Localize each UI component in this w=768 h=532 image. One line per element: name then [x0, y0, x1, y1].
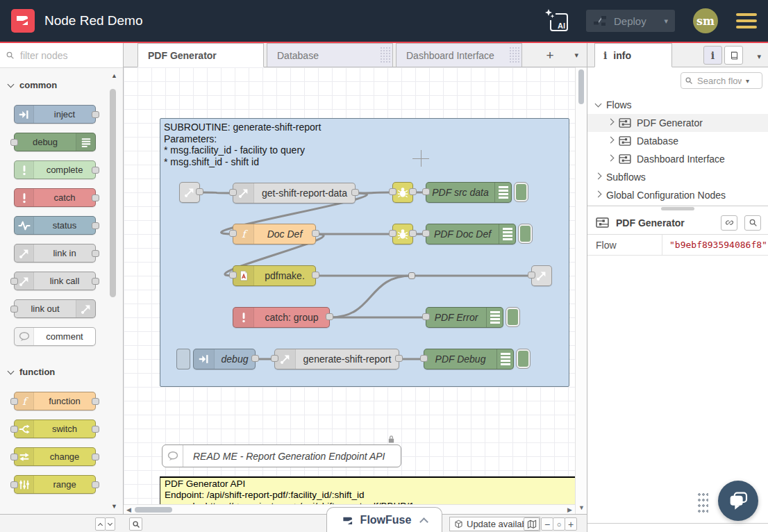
- drag-handle-dots-icon[interactable]: [697, 492, 708, 513]
- scroll-left-icon[interactable]: ◀: [126, 506, 131, 513]
- divider-grip[interactable]: [661, 207, 694, 210]
- flowfuse-button[interactable]: FlowFuse: [326, 507, 442, 532]
- scroll-down-icon[interactable]: ▼: [578, 504, 585, 511]
- chevron-right-icon[interactable]: [595, 191, 602, 198]
- output-port[interactable]: [92, 194, 99, 201]
- input-port[interactable]: [528, 272, 535, 279]
- horizontal-scroll-thumb[interactable]: [135, 507, 172, 513]
- palette-scroll-up-icon[interactable]: ▲: [111, 72, 117, 79]
- tree-item-database[interactable]: Database: [587, 132, 768, 150]
- flow-node-pdfsrc[interactable]: PDF src data: [426, 182, 512, 203]
- chevron-right-icon[interactable]: [608, 155, 615, 162]
- input-port[interactable]: [422, 188, 430, 195]
- output-port[interactable]: [92, 454, 99, 460]
- ai-assistant-button[interactable]: AI: [544, 9, 568, 33]
- input-port[interactable]: [10, 306, 18, 313]
- input-port[interactable]: [389, 230, 396, 237]
- scroll-right-icon[interactable]: ▶: [567, 506, 572, 513]
- debug-toggle-button[interactable]: [506, 308, 519, 326]
- output-port[interactable]: [196, 188, 203, 195]
- zoom-reset-button[interactable]: ○: [553, 517, 565, 531]
- debug-toggle-button[interactable]: [519, 224, 532, 243]
- input-port[interactable]: [229, 189, 237, 196]
- flow-node-catch1[interactable]: catch: group: [233, 307, 330, 328]
- search-flows-button[interactable]: [129, 517, 142, 531]
- navigator-button[interactable]: [524, 517, 540, 531]
- sidebar-divider[interactable]: [587, 206, 768, 211]
- collapse-palette-categories-button[interactable]: [95, 517, 106, 531]
- output-port[interactable]: [409, 188, 417, 195]
- tree-item-flows[interactable]: Flows: [587, 96, 768, 114]
- palette-node-inject[interactable]: inject: [14, 105, 96, 124]
- input-port[interactable]: [271, 355, 278, 362]
- flow-node-bug2[interactable]: [392, 224, 413, 244]
- input-port[interactable]: [229, 230, 237, 237]
- palette-node-link-in[interactable]: link in: [14, 244, 96, 263]
- output-port[interactable]: [92, 111, 99, 118]
- input-port[interactable]: [10, 139, 18, 146]
- flow-node-pdfmake[interactable]: pdfmake.: [233, 265, 316, 286]
- junction-node[interactable]: [408, 272, 415, 279]
- tree-item-subflows[interactable]: Subflows: [587, 168, 768, 186]
- palette-scrollbar[interactable]: [110, 89, 116, 297]
- zoom-out-button[interactable]: −: [541, 517, 553, 531]
- tab-info[interactable]: i info: [594, 43, 672, 67]
- output-port[interactable]: [92, 398, 99, 405]
- tab-dashboard-interface[interactable]: Dashboard Interface: [396, 43, 522, 67]
- palette-node-catch[interactable]: catch: [14, 188, 96, 207]
- palette-scroll-down-icon[interactable]: ▼: [111, 503, 117, 510]
- palette-node-status[interactable]: status: [14, 216, 96, 235]
- expand-palette-categories-button[interactable]: [105, 517, 115, 531]
- palette-node-range[interactable]: range: [14, 475, 96, 494]
- input-port[interactable]: [10, 426, 18, 433]
- output-port[interactable]: [92, 278, 99, 285]
- output-port[interactable]: [312, 272, 319, 279]
- palette-node-comment[interactable]: comment: [14, 327, 96, 346]
- palette-node-complete[interactable]: complete: [14, 160, 96, 179]
- tree-item-dashboard-interface[interactable]: Dashboard Interface: [587, 150, 768, 168]
- flow-node-docdef[interactable]: fDoc Def: [233, 224, 316, 244]
- inject-button[interactable]: [176, 349, 190, 369]
- palette-node-switch[interactable]: switch: [14, 419, 96, 438]
- chat-widget-button[interactable]: [718, 481, 758, 521]
- search-flows-box[interactable]: ▾: [681, 72, 762, 89]
- flow-list-caret-icon[interactable]: ▾: [574, 51, 578, 60]
- output-port[interactable]: [92, 250, 99, 257]
- chevron-right-icon[interactable]: [608, 119, 615, 126]
- output-port[interactable]: [312, 230, 319, 237]
- output-port[interactable]: [92, 481, 99, 488]
- palette-node-debug[interactable]: debug: [14, 133, 96, 151]
- palette-node-link-call[interactable]: link call: [14, 272, 96, 290]
- output-port[interactable]: [251, 355, 259, 362]
- search-flow-button[interactable]: [744, 215, 761, 231]
- palette-node-change[interactable]: change: [14, 447, 96, 466]
- output-port[interactable]: [351, 189, 359, 196]
- flow-node-injectdbg[interactable]: debug: [193, 349, 256, 369]
- palette-node-function[interactable]: ffunction: [14, 392, 96, 410]
- help-panel-button[interactable]: [724, 46, 743, 65]
- flow-node-genshift[interactable]: generate-shift-report: [274, 349, 399, 369]
- search-caret-icon[interactable]: ▾: [746, 77, 749, 85]
- flow-node-bug1[interactable]: [392, 182, 413, 203]
- palette-node-link-out[interactable]: link out: [14, 299, 96, 318]
- readme-comment-node[interactable]: READ ME - Report Generation Endpoint API: [162, 444, 401, 467]
- input-port[interactable]: [422, 313, 430, 320]
- output-port[interactable]: [409, 230, 417, 237]
- vertical-scroll-thumb[interactable]: [578, 69, 584, 104]
- tab-pdf-generator[interactable]: PDF Generator: [137, 43, 264, 67]
- output-port[interactable]: [92, 426, 99, 433]
- flow-node-pdferror[interactable]: PDF Error: [426, 307, 503, 328]
- palette-filter[interactable]: [0, 43, 123, 68]
- search-flows-input[interactable]: [696, 75, 743, 87]
- input-port[interactable]: [10, 398, 18, 405]
- filter-nodes-input[interactable]: [19, 49, 102, 62]
- input-port[interactable]: [389, 188, 396, 195]
- chevron-right-icon[interactable]: [608, 137, 615, 144]
- chevron-right-icon[interactable]: [595, 173, 602, 180]
- add-flow-button[interactable]: +: [542, 48, 558, 63]
- input-port[interactable]: [229, 272, 237, 279]
- canvas-vertical-scrollbar[interactable]: ▼: [575, 67, 587, 514]
- input-port[interactable]: [422, 230, 430, 237]
- flow-node-getshift[interactable]: get-shift-report-data: [233, 183, 356, 203]
- input-port[interactable]: [10, 278, 18, 285]
